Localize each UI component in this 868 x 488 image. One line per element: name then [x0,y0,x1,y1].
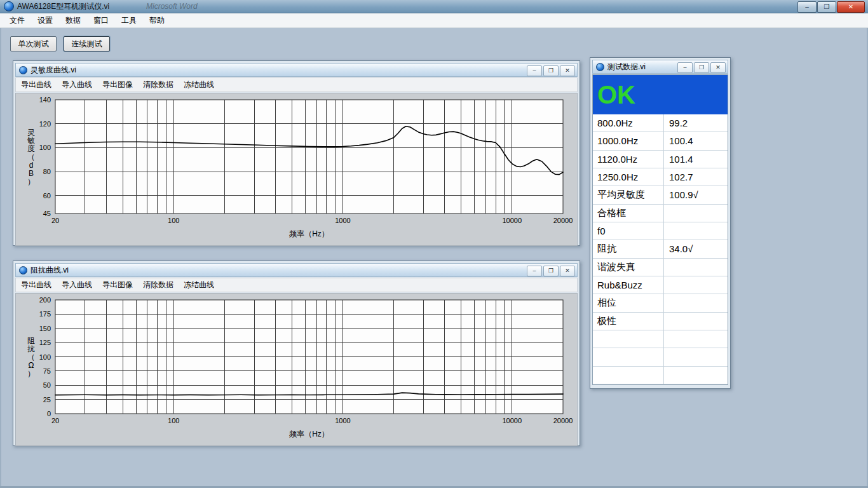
minimize-button[interactable]: – [527,266,542,276]
impedance-menu-item-5[interactable]: 冻结曲线 [179,278,219,292]
sensitivity-menu-item-4[interactable]: 清除数据 [138,78,179,92]
svg-text:10000: 10000 [503,217,522,224]
row-label: 平均灵敏度 [593,186,664,203]
svg-text:度: 度 [27,144,35,153]
sensitivity-menu-item-1[interactable]: 导出曲线 [16,78,57,92]
svg-text:1000: 1000 [335,217,350,224]
impedance-chart-panel: 0255075100125150175200201001000100002000… [15,293,578,446]
row-label: Rub&Buzz [593,276,664,294]
row-label: 阻抗 [593,240,664,257]
row-label: 1120.0Hz [593,151,664,168]
table-row: 1250.0Hz102.7 [593,168,728,186]
toolbar: 单次测试 连续测试 [10,36,110,51]
close-button[interactable]: ✕ [710,62,726,73]
impedance-window-titlebar[interactable]: 阻抗曲线.vi – ❐ ✕ [15,263,578,277]
svg-text:100: 100 [168,417,179,424]
main-titlebar[interactable]: AWA6128E型耳机测试仪.vi Microsoft Word – ❐ ✕ [0,0,868,13]
table-row [593,367,728,384]
window-controls: – ❐ ✕ [527,266,575,276]
sensitivity-menu-item-2[interactable]: 导入曲线 [57,78,97,92]
table-row: f0 [593,222,728,240]
close-button[interactable]: ✕ [560,65,575,76]
svg-text:）: ） [27,369,35,378]
svg-text:20000: 20000 [553,417,573,424]
row-value: 100.9√ [664,189,698,200]
table-row: Rub&Buzz [593,276,728,294]
row-value: 99.2 [664,118,688,128]
vi-icon [596,63,604,71]
svg-text:10000: 10000 [503,417,522,424]
continuous-test-button[interactable]: 连续测试 [64,36,110,51]
menu-item-6[interactable]: 帮助 [143,13,171,27]
svg-text:d: d [29,161,34,170]
minimize-button[interactable]: – [677,62,693,73]
sensitivity-menu-item-5[interactable]: 冻结曲线 [179,78,219,92]
sensitivity-chart-panel: 4560801001201402010010001000020000频率（Hz）… [15,93,578,246]
svg-text:20000: 20000 [553,217,573,224]
sensitivity-window-titlebar[interactable]: 灵敏度曲线.vi – ❐ ✕ [15,63,578,77]
row-label: 极性 [593,313,664,330]
impedance-menu-item-3[interactable]: 导出图像 [97,278,138,292]
svg-text:75: 75 [43,367,51,375]
menu-item-5[interactable]: 工具 [115,13,143,27]
sensitivity-chart: 4560801001201402010010001000020000频率（Hz）… [16,93,577,243]
row-value: 100.4 [664,135,693,146]
svg-text:0: 0 [47,410,51,417]
test-data-window-titlebar[interactable]: 测试数据.vi – ❐ ✕ [592,60,728,74]
restore-button[interactable]: ❐ [543,65,559,76]
menu-item-1[interactable]: 文件 [3,13,31,27]
window-controls: – ❐ ✕ [797,1,865,13]
row-label [593,348,664,365]
vi-icon [19,266,27,274]
table-row: 阻抗34.0√ [593,240,728,258]
svg-text:25: 25 [43,396,51,403]
impedance-chart: 0255075100125150175200201001000100002000… [16,294,577,443]
svg-text:抗: 抗 [27,344,35,353]
single-test-button[interactable]: 单次测试 [10,36,57,51]
svg-text:120: 120 [39,120,51,128]
svg-text:灵: 灵 [27,128,35,137]
row-label [593,367,664,384]
svg-text:150: 150 [39,325,51,332]
close-button[interactable]: ✕ [837,1,865,13]
svg-text:B: B [29,169,34,178]
menu-item-2[interactable]: 设置 [31,13,59,27]
table-row: 极性 [593,313,728,330]
svg-text:100: 100 [168,217,179,224]
svg-text:敏: 敏 [27,136,35,145]
app-icon [4,1,14,11]
row-label: 800.0Hz [593,114,664,132]
window-controls: – ❐ ✕ [527,65,575,76]
svg-text:频率（Hz）: 频率（Hz） [288,229,329,238]
svg-text:175: 175 [39,310,51,318]
vi-icon [19,66,27,74]
svg-text:20: 20 [51,417,59,424]
sensitivity-menu-item-3[interactable]: 导出图像 [97,78,138,92]
impedance-menubar: 导出曲线导入曲线导出图像清除数据冻结曲线 [15,278,578,292]
close-button[interactable]: ✕ [560,266,575,276]
svg-text:125: 125 [39,339,51,346]
svg-text:45: 45 [43,210,51,217]
restore-button[interactable]: ❐ [694,62,709,73]
row-value: 101.4 [664,154,693,165]
menu-item-3[interactable]: 数据 [59,13,87,27]
svg-text:Ω: Ω [29,361,34,370]
minimize-button[interactable]: – [797,1,817,13]
menu-item-4[interactable]: 窗口 [87,13,115,27]
impedance-menu-item-4[interactable]: 清除数据 [138,278,179,292]
test-data-table: 800.0Hz99.21000.0Hz100.41120.0Hz101.4125… [593,114,728,384]
impedance-menu-item-2[interactable]: 导入曲线 [57,278,97,292]
restore-button[interactable]: ❐ [543,266,559,276]
row-label: 谐波失真 [593,259,664,276]
table-row: 谐波失真 [593,259,728,276]
table-row: 1000.0Hz100.4 [593,132,728,150]
minimize-button[interactable]: – [527,65,542,76]
svg-text:100: 100 [39,144,51,151]
maximize-button[interactable]: ❐ [817,1,836,13]
row-label: 相位 [593,294,664,311]
impedance-menu-item-1[interactable]: 导出曲线 [16,278,57,292]
svg-text:（: （ [27,152,35,161]
window-controls: – ❐ ✕ [677,62,726,73]
app-root: AWA6128E型耳机测试仪.vi Microsoft Word – ❐ ✕ 文… [0,0,868,488]
test-data-window: 测试数据.vi – ❐ ✕ OK 800.0Hz99.21000.0Hz100.… [590,57,731,389]
